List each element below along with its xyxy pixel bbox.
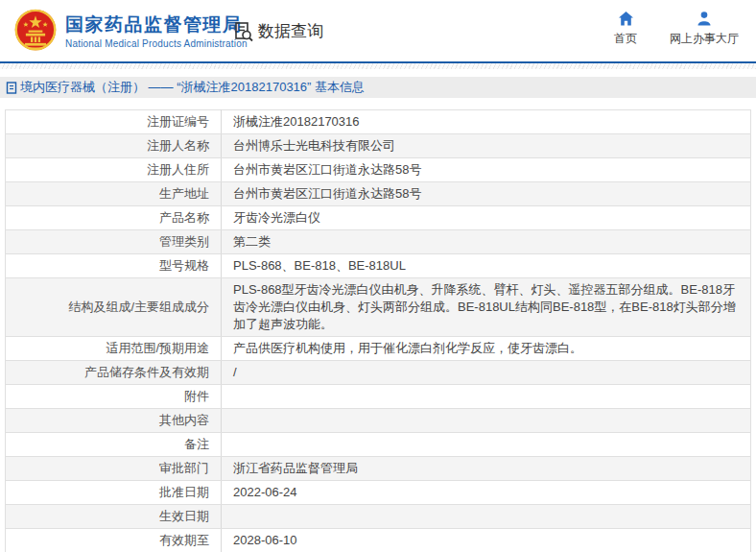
table-row: 型号规格PLS-868、BE-818、BE-818UL bbox=[6, 254, 751, 278]
info-table-body: 注册证编号浙械注准20182170316注册人名称台州博乐士光电科技有限公司注册… bbox=[6, 110, 751, 552]
row-value bbox=[222, 433, 751, 457]
file-icon bbox=[6, 82, 17, 94]
row-label: 有效期至 bbox=[6, 529, 222, 552]
row-value: 第二类 bbox=[222, 230, 751, 254]
table-row: 审批部门浙江省药品监督管理局 bbox=[6, 457, 751, 481]
site-header: 国家药品监督管理局 National Medical Products Admi… bbox=[0, 0, 756, 61]
table-row: 注册人住所台州市黄岩区江口街道永达路58号 bbox=[6, 158, 751, 182]
home-icon bbox=[618, 12, 634, 26]
row-label: 注册人住所 bbox=[6, 158, 222, 182]
row-label: 审批部门 bbox=[6, 457, 222, 481]
breadcrumb: 境内医疗器械（注册） —— “浙械注准20182170316” 基本信息 bbox=[0, 77, 756, 98]
logo-block: 国家药品监督管理局 National Medical Products Admi… bbox=[0, 7, 248, 55]
national-emblem-logo bbox=[13, 7, 58, 55]
row-value bbox=[222, 385, 751, 409]
row-label: 生产地址 bbox=[6, 182, 222, 206]
row-label: 型号规格 bbox=[6, 254, 222, 278]
nav-service-hall[interactable]: 网上办事大厅 bbox=[670, 12, 739, 47]
row-label: 产品储存条件及有效期 bbox=[6, 361, 222, 385]
content-area: 注册证编号浙械注准20182170316注册人名称台州博乐士光电科技有限公司注册… bbox=[0, 98, 756, 552]
row-label: 适用范围/预期用途 bbox=[6, 337, 222, 361]
row-value: PLS-868、BE-818、BE-818UL bbox=[222, 254, 751, 278]
table-row: 结构及组成/主要组成成分PLS-868型牙齿冷光漂白仪由机身、升降系统、臂杆、灯… bbox=[6, 278, 751, 337]
table-row: 批准日期2022-06-24 bbox=[6, 481, 751, 505]
row-value: 2028-06-10 bbox=[222, 529, 751, 552]
data-query-label: 数据查询 bbox=[258, 20, 323, 42]
document-search-icon bbox=[233, 21, 254, 42]
row-label: 结构及组成/主要组成成分 bbox=[6, 278, 222, 337]
row-label: 批准日期 bbox=[6, 481, 222, 505]
row-value: 产品供医疗机构使用，用于催化漂白剂化学反应，使牙齿漂白。 bbox=[222, 337, 751, 361]
row-label: 附件 bbox=[6, 385, 222, 409]
table-row: 产品储存条件及有效期/ bbox=[6, 361, 751, 385]
table-row: 其他内容 bbox=[6, 409, 751, 433]
row-value: PLS-868型牙齿冷光漂白仪由机身、升降系统、臂杆、灯头、遥控器五部分组成。B… bbox=[222, 278, 751, 337]
row-value: 台州博乐士光电科技有限公司 bbox=[222, 134, 751, 158]
breadcrumb-text: 境内医疗器械（注册） —— “浙械注准20182170316” 基本信息 bbox=[20, 79, 365, 96]
row-value: 牙齿冷光漂白仪 bbox=[222, 206, 751, 230]
table-row: 附件 bbox=[6, 385, 751, 409]
row-value: 2022-06-24 bbox=[222, 481, 751, 505]
table-row: 生产地址台州市黄岩区江口街道永达路58号 bbox=[6, 182, 751, 206]
site-subtitle: National Medical Products Administration bbox=[65, 38, 248, 49]
nav-home[interactable]: 首页 bbox=[614, 12, 637, 47]
table-row: 适用范围/预期用途产品供医疗机构使用，用于催化漂白剂化学反应，使牙齿漂白。 bbox=[6, 337, 751, 361]
table-row: 管理类别第二类 bbox=[6, 230, 751, 254]
nav-service-hall-label: 网上办事大厅 bbox=[670, 31, 739, 47]
table-row: 产品名称牙齿冷光漂白仪 bbox=[6, 206, 751, 230]
row-value bbox=[222, 505, 751, 529]
row-value bbox=[222, 409, 751, 433]
row-label: 注册人名称 bbox=[6, 134, 222, 158]
row-label: 备注 bbox=[6, 433, 222, 457]
nav-home-label: 首页 bbox=[614, 31, 637, 47]
row-value: 台州市黄岩区江口街道永达路58号 bbox=[222, 182, 751, 206]
row-value: 浙械注准20182170316 bbox=[222, 110, 751, 134]
table-row: 注册证编号浙械注准20182170316 bbox=[6, 110, 751, 134]
row-label: 生效日期 bbox=[6, 505, 222, 529]
row-value: 台州市黄岩区江口街道永达路58号 bbox=[222, 158, 751, 182]
person-icon bbox=[697, 12, 712, 26]
row-label: 产品名称 bbox=[6, 206, 222, 230]
table-row: 生效日期 bbox=[6, 505, 751, 529]
row-value: / bbox=[222, 361, 751, 385]
info-table: 注册证编号浙械注准20182170316注册人名称台州博乐士光电科技有限公司注册… bbox=[5, 109, 751, 552]
site-title: 国家药品监督管理局 bbox=[65, 13, 248, 36]
breadcrumb-gap bbox=[0, 69, 756, 77]
data-query-section[interactable]: 数据查询 bbox=[233, 20, 323, 42]
row-label: 其他内容 bbox=[6, 409, 222, 433]
row-value: 浙江省药品监督管理局 bbox=[222, 457, 751, 481]
row-label: 管理类别 bbox=[6, 230, 222, 254]
table-row: 备注 bbox=[6, 433, 751, 457]
table-row: 有效期至2028-06-10 bbox=[6, 529, 751, 552]
row-label: 注册证编号 bbox=[6, 110, 222, 134]
top-nav: 首页 网上办事大厅 bbox=[614, 12, 739, 47]
table-row: 注册人名称台州博乐士光电科技有限公司 bbox=[6, 134, 751, 158]
